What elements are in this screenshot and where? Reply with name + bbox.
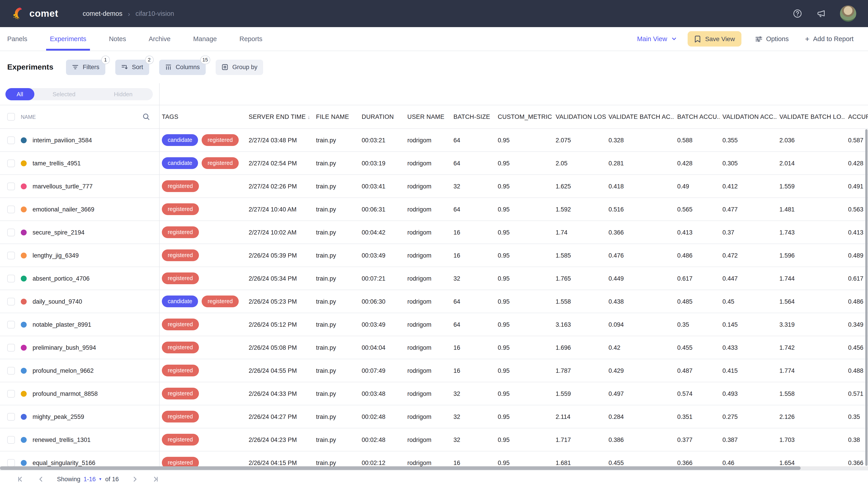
tag-pill[interactable]: registered: [202, 134, 239, 146]
tab-panels[interactable]: Panels: [7, 27, 27, 51]
segment-selected[interactable]: Selected: [34, 88, 94, 100]
tag-pill[interactable]: candidate: [162, 295, 198, 307]
group-by-button[interactable]: Group by: [216, 59, 264, 75]
help-icon[interactable]: [793, 8, 802, 19]
table-row[interactable]: marvellous_turtle_777registered2/27/24 0…: [0, 175, 868, 198]
row-checkbox[interactable]: [7, 159, 15, 167]
tab-notes[interactable]: Notes: [109, 27, 126, 51]
row-checkbox[interactable]: [7, 367, 15, 375]
row-checkbox[interactable]: [7, 136, 15, 144]
row-checkbox[interactable]: [7, 182, 15, 190]
row-checkbox[interactable]: [7, 390, 15, 397]
experiment-name[interactable]: emotional_nailer_3669: [33, 206, 94, 213]
table-row[interactable]: tame_trellis_4951candidateregistered2/27…: [0, 152, 868, 175]
table-row[interactable]: daily_sound_9740candidateregistered2/26/…: [0, 290, 868, 313]
tab-reports[interactable]: Reports: [239, 27, 262, 51]
table-row[interactable]: emotional_nailer_3669registered2/27/24 1…: [0, 198, 868, 221]
tag-pill[interactable]: registered: [202, 157, 239, 169]
tag-pill[interactable]: registered: [162, 180, 199, 192]
row-checkbox[interactable]: [7, 228, 15, 236]
experiment-name[interactable]: marvellous_turtle_777: [33, 183, 93, 190]
table-row[interactable]: interim_pavilion_3584candidateregistered…: [0, 129, 868, 152]
experiment-name[interactable]: profound_melon_9662: [33, 367, 94, 374]
table-row[interactable]: mighty_peak_2559registered2/26/24 04:27 …: [0, 405, 868, 428]
column-header-validation_acc[interactable]: VALIDATION ACC...: [720, 113, 777, 120]
breadcrumb-workspace[interactable]: comet-demos: [83, 10, 123, 17]
column-header-batch_size[interactable]: BATCH-SIZE: [451, 113, 495, 120]
column-header-file_name[interactable]: FILE NAME: [313, 113, 359, 120]
last-page-button[interactable]: [151, 475, 159, 483]
experiment-name[interactable]: daily_sound_9740: [33, 298, 82, 305]
table-row[interactable]: absent_portico_4706registered2/26/24 05:…: [0, 267, 868, 290]
tag-pill[interactable]: candidate: [162, 134, 198, 146]
experiment-name[interactable]: preliminary_bush_9594: [33, 344, 96, 351]
vertical-scrollbar[interactable]: [865, 129, 868, 466]
row-checkbox[interactable]: [7, 436, 15, 444]
segment-all[interactable]: All: [5, 88, 34, 100]
table-row[interactable]: renewed_trellis_1301registered2/26/24 04…: [0, 428, 868, 451]
filters-button[interactable]: Filters 1: [66, 59, 105, 75]
table-row[interactable]: lengthy_jig_6349registered2/26/24 05:39 …: [0, 244, 868, 267]
column-header-duration[interactable]: DURATION: [359, 113, 405, 120]
horizontal-scrollbar[interactable]: [0, 466, 801, 470]
add-to-report-button[interactable]: + Add to Report: [802, 35, 856, 43]
tag-pill[interactable]: candidate: [162, 157, 198, 169]
experiment-name[interactable]: equal_singularity_5166: [33, 459, 95, 466]
tag-pill[interactable]: registered: [162, 341, 199, 353]
experiment-name[interactable]: absent_portico_4706: [33, 275, 90, 282]
row-checkbox[interactable]: [7, 344, 15, 351]
experiment-name[interactable]: lengthy_jig_6349: [33, 252, 79, 259]
column-header-validate_batch_ac[interactable]: VALIDATE BATCH AC...: [606, 113, 675, 120]
tag-pill[interactable]: registered: [162, 365, 199, 377]
tag-pill[interactable]: registered: [162, 250, 199, 261]
tab-archive[interactable]: Archive: [149, 27, 170, 51]
tag-pill[interactable]: registered: [162, 457, 199, 466]
row-checkbox[interactable]: [7, 321, 15, 328]
table-row[interactable]: secure_spire_2194registered2/27/24 10:02…: [0, 221, 868, 244]
experiment-name[interactable]: notable_plaster_8991: [33, 321, 91, 328]
comet-logo[interactable]: comet: [12, 7, 58, 20]
column-header-accuracy[interactable]: ACCURA: [845, 113, 868, 120]
previous-page-button[interactable]: [37, 475, 45, 483]
user-avatar[interactable]: [840, 5, 856, 22]
row-checkbox[interactable]: [7, 252, 15, 259]
column-header-user_name[interactable]: USER NAME: [405, 113, 451, 120]
table-row[interactable]: profound_melon_9662registered2/26/24 04:…: [0, 359, 868, 382]
tag-pill[interactable]: registered: [162, 203, 199, 215]
table-row[interactable]: equal_singularity_5166registered2/26/24 …: [0, 451, 868, 466]
table-row[interactable]: preliminary_bush_9594registered2/26/24 0…: [0, 336, 868, 359]
table-row[interactable]: profound_marmot_8858registered2/26/24 04…: [0, 382, 868, 405]
experiment-name[interactable]: interim_pavilion_3584: [33, 137, 92, 143]
table-row[interactable]: notable_plaster_8991registered2/26/24 05…: [0, 313, 868, 336]
experiment-name[interactable]: profound_marmot_8858: [33, 390, 98, 397]
save-view-button[interactable]: Save View: [687, 31, 741, 46]
column-header-validation_loss[interactable]: VALIDATION LOSS: [553, 113, 606, 120]
tag-pill[interactable]: registered: [202, 295, 239, 307]
select-all-checkbox[interactable]: [7, 113, 15, 121]
tab-experiments[interactable]: Experiments: [50, 27, 86, 51]
column-header-custom_metric[interactable]: CUSTOM_METRIC: [495, 113, 553, 120]
experiment-name[interactable]: tame_trellis_4951: [33, 160, 81, 166]
experiment-name[interactable]: mighty_peak_2559: [33, 413, 84, 420]
row-checkbox[interactable]: [7, 205, 15, 213]
tag-pill[interactable]: registered: [162, 411, 199, 422]
megaphone-icon[interactable]: [816, 8, 827, 19]
first-page-button[interactable]: [17, 475, 25, 483]
tag-pill[interactable]: registered: [162, 226, 199, 238]
columns-button[interactable]: Columns 15: [159, 59, 206, 75]
page-range-dropdown[interactable]: 1-16 ▼: [84, 476, 102, 483]
row-checkbox[interactable]: [7, 297, 15, 305]
tab-manage[interactable]: Manage: [193, 27, 217, 51]
column-header-server_end_time[interactable]: SERVER END TIME↓: [246, 113, 313, 120]
tag-pill[interactable]: registered: [162, 388, 199, 399]
column-header-tags[interactable]: TAGS: [159, 113, 246, 120]
tag-pill[interactable]: registered: [162, 434, 199, 446]
column-header-validate_batch_lo[interactable]: VALIDATE BATCH LO...: [777, 113, 845, 120]
tag-pill[interactable]: registered: [162, 272, 199, 284]
tag-pill[interactable]: registered: [162, 319, 199, 330]
row-checkbox[interactable]: [7, 459, 15, 466]
row-checkbox[interactable]: [7, 413, 15, 420]
name-header-label[interactable]: NAME: [21, 114, 36, 120]
options-button[interactable]: Options: [752, 35, 792, 43]
next-page-button[interactable]: [131, 475, 139, 483]
